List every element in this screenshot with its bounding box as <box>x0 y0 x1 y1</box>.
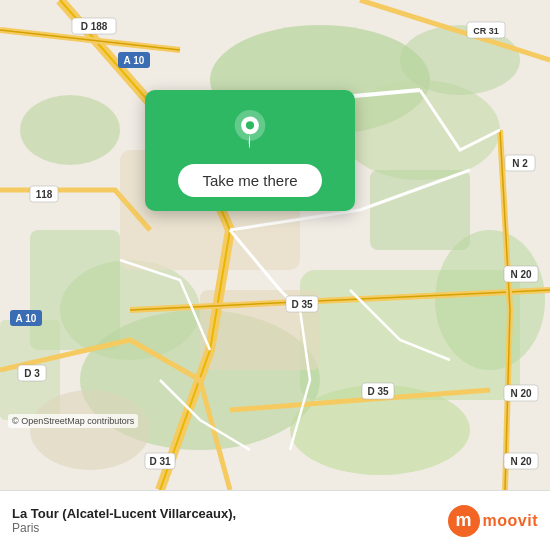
location-popup: Take me there <box>145 90 355 211</box>
app: D 188 A 10 CR 31 A 10 118 N 2 A 10 <box>0 0 550 550</box>
svg-text:D 35: D 35 <box>367 386 389 397</box>
svg-text:N 20: N 20 <box>510 269 532 280</box>
map-container[interactable]: D 188 A 10 CR 31 A 10 118 N 2 A 10 <box>0 0 550 490</box>
moovit-logo: m moovit <box>448 505 538 537</box>
take-me-there-button[interactable]: Take me there <box>178 164 321 197</box>
svg-point-47 <box>246 121 254 129</box>
map-attribution: © OpenStreetMap contributors <box>8 414 138 428</box>
moovit-brand-name: moovit <box>483 512 538 530</box>
svg-text:N 20: N 20 <box>510 388 532 399</box>
svg-text:N 20: N 20 <box>510 456 532 467</box>
svg-point-10 <box>20 95 120 165</box>
location-city: Paris <box>12 521 236 535</box>
svg-text:D 35: D 35 <box>291 299 313 310</box>
svg-text:N 2: N 2 <box>512 158 528 169</box>
svg-text:118: 118 <box>36 189 53 200</box>
location-pin-icon <box>229 110 271 152</box>
svg-text:A 10: A 10 <box>124 55 145 66</box>
svg-point-16 <box>30 390 150 470</box>
svg-point-12 <box>435 230 545 370</box>
svg-text:D 31: D 31 <box>149 456 171 467</box>
moovit-m-icon: m <box>448 505 480 537</box>
svg-text:D 188: D 188 <box>81 21 108 32</box>
bottom-bar: La Tour (Alcatel-Lucent Villarceaux), Pa… <box>0 490 550 550</box>
svg-text:D 3: D 3 <box>24 368 40 379</box>
svg-text:CR 31: CR 31 <box>473 26 499 36</box>
location-name: La Tour (Alcatel-Lucent Villarceaux), <box>12 506 236 521</box>
location-info: La Tour (Alcatel-Lucent Villarceaux), Pa… <box>12 506 236 535</box>
svg-text:A 10: A 10 <box>16 313 37 324</box>
svg-rect-11 <box>370 170 470 250</box>
